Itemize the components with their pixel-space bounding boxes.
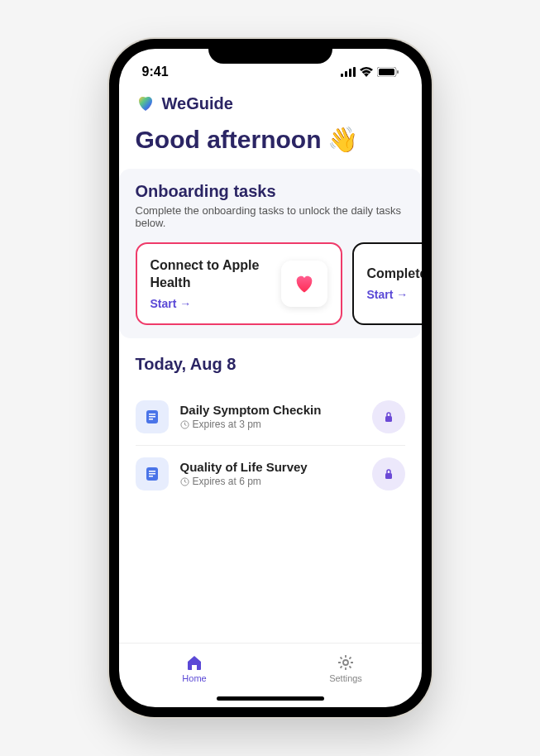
svg-rect-5 [379,69,394,75]
tab-home[interactable]: Home [119,644,270,692]
greeting: Good afternoon 👋 [136,125,405,154]
status-time: 9:41 [142,65,169,79]
phone-frame: 9:41 [109,39,432,717]
onboarding-subtitle: Complete the onboarding tasks to unlock … [136,204,422,229]
status-icons [341,67,399,77]
task-row[interactable]: Daily Symptom Checkin Expires at 3 pm [136,389,405,446]
app-header: WeGuide [136,93,405,113]
cellular-icon [341,67,356,77]
svg-rect-16 [149,476,153,477]
notch [208,39,332,64]
svg-rect-6 [397,70,399,74]
gear-icon [337,653,355,672]
app-name: WeGuide [162,94,233,113]
task-title: Daily Symptom Checkin [180,403,361,417]
svg-rect-8 [149,414,155,415]
heart-icon [281,261,327,307]
phone-screen: 9:41 [119,49,422,707]
content: WeGuide Good afternoon 👋 Onboarding task… [119,89,422,643]
svg-rect-14 [149,471,155,472]
svg-point-19 [343,660,348,665]
onboarding-cards[interactable]: Connect to Apple Health Start → Complete… [136,242,422,325]
task-meta: Expires at 3 pm [180,419,361,430]
lock-icon [383,468,394,480]
tab-settings[interactable]: Settings [270,644,422,692]
svg-rect-3 [353,67,356,77]
task-meta: Expires at 6 pm [180,476,361,487]
tab-label: Home [182,673,206,683]
svg-rect-2 [349,69,351,77]
task-expires: Expires at 3 pm [193,419,261,430]
lock-badge [372,400,405,433]
document-icon [136,457,169,490]
svg-rect-9 [149,416,155,418]
svg-rect-18 [385,473,392,479]
wifi-icon [360,67,373,77]
svg-rect-1 [345,71,347,77]
app-logo-icon [136,93,155,113]
card-title: Connect to Apple Health [151,257,271,292]
task-title: Quality of Life Survey [180,460,361,474]
wave-icon: 👋 [327,125,358,154]
clock-icon [180,477,189,486]
svg-rect-12 [385,416,392,422]
document-icon [136,400,169,433]
svg-rect-15 [149,473,155,475]
battery-icon [377,67,399,77]
home-icon [185,653,203,672]
svg-rect-10 [149,419,153,420]
card-title: Complete eConsent [367,266,422,283]
onboarding-section: Onboarding tasks Complete the onboarding… [119,169,422,338]
card-start-link[interactable]: Start → [367,288,422,301]
onboarding-card-econsent[interactable]: Complete eConsent Start → [352,242,422,325]
lock-icon [383,411,394,423]
svg-rect-0 [341,74,343,77]
greeting-text: Good afternoon [136,126,322,154]
onboarding-card-apple-health[interactable]: Connect to Apple Health Start → [136,242,342,325]
lock-badge [372,457,405,490]
today-title: Today, Aug 8 [136,355,405,374]
onboarding-title: Onboarding tasks [136,182,422,201]
task-row[interactable]: Quality of Life Survey Expires at 6 pm [136,446,405,502]
tab-label: Settings [329,673,362,683]
home-indicator[interactable] [217,696,324,701]
card-start-link[interactable]: Start → [151,297,271,310]
task-expires: Expires at 6 pm [193,476,261,487]
clock-icon [180,420,189,429]
